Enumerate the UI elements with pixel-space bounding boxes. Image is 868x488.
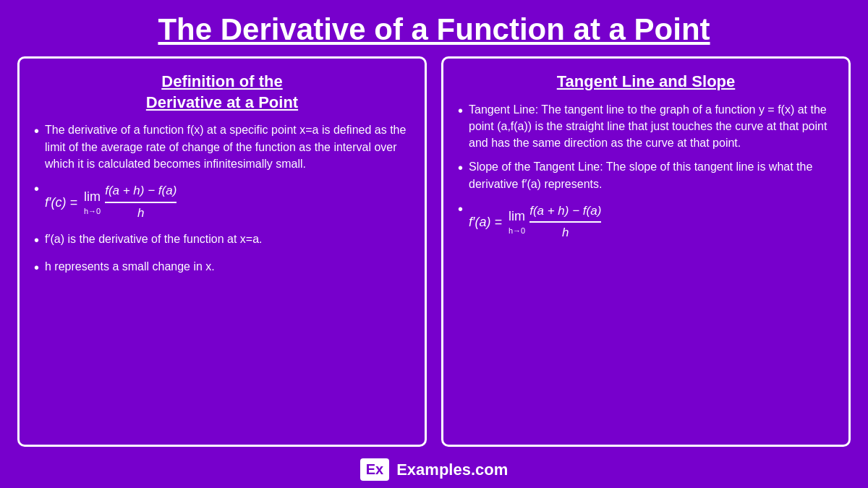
left-card: Definition of the Derivative at a Point … xyxy=(17,56,427,447)
left-bullet-2: f′(a) is the derivative of the function … xyxy=(34,231,410,251)
right-bullet-list: Tangent Line: The tangent line to the gr… xyxy=(458,101,834,244)
right-bullet-formula: f′(a) = lim h→0 f(a + h) − f(a) h xyxy=(458,200,834,244)
right-bullet-2-text: Slope of the Tangent Line: The slope of … xyxy=(469,158,834,192)
right-card: Tangent Line and Slope Tangent Line: The… xyxy=(441,56,851,447)
footer: Ex Examples.com xyxy=(360,453,509,488)
left-denominator: h xyxy=(137,203,144,223)
right-bullet-2: Slope of the Tangent Line: The slope of … xyxy=(458,158,834,192)
right-fraction: f(a + h) − f(a) h xyxy=(529,202,601,242)
right-bullet-1-text: Tangent Line: The tangent line to the gr… xyxy=(469,101,834,152)
right-lim-block: lim h→0 xyxy=(509,207,525,237)
left-bullet-3-text: h represents a small change in x. xyxy=(45,258,215,275)
right-title-text: Tangent Line and Slope xyxy=(557,72,736,90)
main-title: The Derivative of a Function at a Point xyxy=(143,0,724,56)
right-numerator: f(a + h) − f(a) xyxy=(529,202,601,223)
right-formula-lhs: f′(a) = xyxy=(469,213,506,231)
left-fraction: f(a + h) − f(a) h xyxy=(105,182,176,222)
left-title-line2: Derivative at a Point xyxy=(146,93,298,111)
right-lim-sub: h→0 xyxy=(509,226,525,237)
right-formula: f′(a) = lim h→0 f(a + h) − f(a) h xyxy=(469,202,603,242)
left-formula: f′(c) = lim h→0 f(a + h) − f(a) h xyxy=(45,182,178,222)
left-card-title: Definition of the Derivative at a Point xyxy=(34,72,410,113)
left-bullet-formula: f′(c) = lim h→0 f(a + h) − f(a) h xyxy=(34,179,410,223)
left-lim-text: lim xyxy=(84,187,101,206)
left-lim-block: lim h→0 xyxy=(84,187,101,218)
right-card-title: Tangent Line and Slope xyxy=(458,72,834,93)
footer-logo: Ex xyxy=(360,458,389,481)
footer-site: Examples.com xyxy=(396,461,508,479)
right-denominator: h xyxy=(562,223,569,242)
left-formula-lhs: f′(c) = xyxy=(45,193,81,212)
left-bullet-2-text: f′(a) is the derivative of the function … xyxy=(45,231,263,247)
right-lim-text: lim xyxy=(509,207,525,226)
left-numerator: f(a + h) − f(a) xyxy=(105,182,176,203)
content-area: Definition of the Derivative at a Point … xyxy=(0,56,868,447)
right-bullet-1: Tangent Line: The tangent line to the gr… xyxy=(458,101,834,152)
left-bullet-1-text: The derivative of a function f(x) at a s… xyxy=(45,121,410,172)
left-bullet-1: The derivative of a function f(x) at a s… xyxy=(34,121,410,172)
left-title-line1: Definition of the xyxy=(161,72,282,90)
left-bullet-list: The derivative of a function f(x) at a s… xyxy=(34,121,410,278)
left-bullet-3: h represents a small change in x. xyxy=(34,258,410,278)
left-lim-sub: h→0 xyxy=(84,206,101,218)
